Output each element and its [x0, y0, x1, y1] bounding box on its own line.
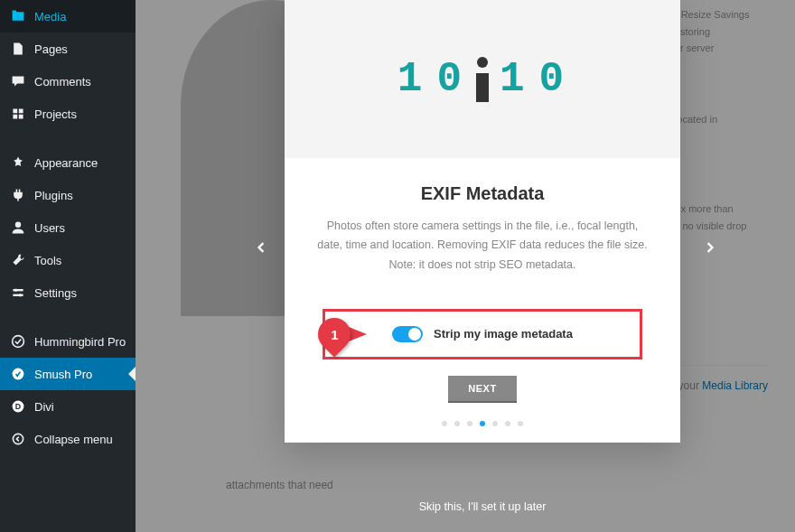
sidebar-item-collapse[interactable]: Collapse menu — [0, 423, 136, 455]
sidebar-item-label: Tools — [34, 254, 61, 267]
skip-link[interactable]: Skip this, I'll set it up later — [285, 484, 680, 529]
collapse-icon — [9, 430, 27, 448]
sidebar-item-comments[interactable]: Comments — [0, 65, 136, 98]
svg-point-0 — [15, 222, 21, 228]
carousel-next-button[interactable] — [702, 239, 718, 256]
smush-icon — [9, 365, 27, 383]
sidebar-item-label: Comments — [34, 75, 91, 89]
sidebar-item-smush[interactable]: Smush Pro — [0, 358, 136, 390]
sidebar-item-settings[interactable]: Settings — [0, 276, 136, 309]
sidebar-item-label: Media — [34, 10, 66, 23]
next-button[interactable]: NEXT — [448, 376, 516, 401]
appearance-icon — [9, 154, 27, 172]
sidebar-item-label: Divi — [34, 400, 54, 414]
sidebar-item-appearance[interactable]: Appearance — [0, 146, 136, 179]
tools-icon — [9, 251, 27, 269]
hummingbird-icon — [9, 332, 27, 350]
sidebar-item-plugins[interactable]: Plugins — [0, 179, 136, 211]
media-icon — [9, 7, 27, 25]
strip-metadata-toggle[interactable] — [392, 326, 423, 342]
pages-icon — [9, 40, 27, 58]
modal-description: Photos often store camera settings in th… — [317, 217, 648, 275]
users-icon — [9, 219, 27, 237]
sidebar-item-label: Collapse menu — [34, 433, 113, 446]
sidebar-item-users[interactable]: Users — [0, 211, 136, 244]
projects-icon — [9, 105, 27, 123]
sidebar-item-label: Hummingbird Pro — [34, 335, 126, 349]
svg-point-3 — [14, 289, 17, 292]
sidebar-item-label: Settings — [34, 286, 77, 300]
svg-point-4 — [19, 294, 22, 296]
step-indicator — [285, 401, 680, 443]
sidebar-item-projects[interactable]: Projects — [0, 98, 136, 130]
toggle-label: Strip my image metadata — [434, 327, 573, 341]
plugins-icon — [9, 186, 27, 204]
modal-logo: 10 10 — [285, 0, 680, 158]
onboarding-modal: 10 10 EXIF Metadata Photos often store c… — [285, 0, 680, 443]
svg-point-5 — [13, 336, 24, 348]
sidebar-item-pages[interactable]: Pages — [0, 33, 136, 65]
svg-text:D: D — [15, 402, 21, 411]
sidebar-item-label: Projects — [34, 107, 77, 121]
svg-point-9 — [13, 434, 23, 443]
admin-sidebar: Media Pages Comments Projects Appearance… — [0, 0, 136, 532]
settings-icon — [9, 284, 27, 302]
sidebar-item-label: Smush Pro — [34, 368, 92, 381]
sidebar-item-divi[interactable]: D Divi — [0, 390, 136, 423]
strip-metadata-option: 1 Strip my image metadata — [323, 309, 642, 359]
carousel-prev-button[interactable] — [253, 239, 269, 256]
sidebar-item-label: Plugins — [34, 189, 73, 202]
annotation-marker: 1 — [318, 318, 367, 350]
divi-icon: D — [9, 397, 27, 415]
sidebar-item-hummingbird[interactable]: Hummingbird Pro — [0, 325, 136, 358]
modal-title: EXIF Metadata — [317, 183, 648, 204]
sidebar-item-label: Users — [34, 221, 65, 235]
sidebar-item-label: Appearance — [34, 156, 98, 170]
comments-icon — [9, 72, 27, 90]
sidebar-item-tools[interactable]: Tools — [0, 244, 136, 276]
sidebar-item-label: Pages — [34, 42, 68, 56]
sidebar-item-media[interactable]: Media — [0, 0, 136, 33]
